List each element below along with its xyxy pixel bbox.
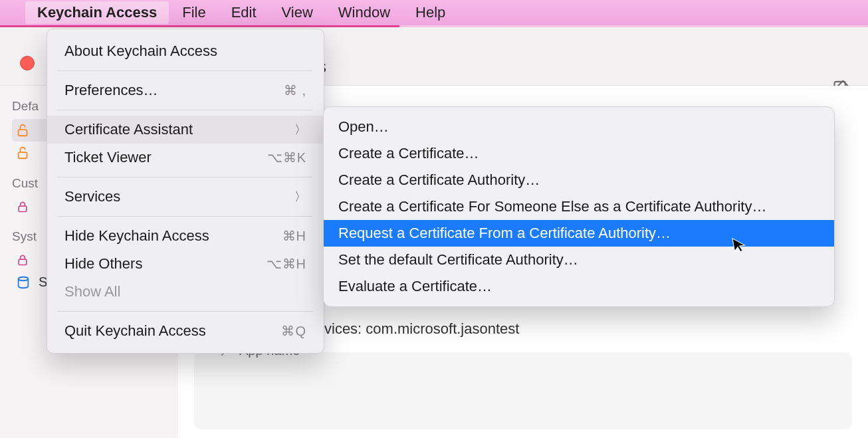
submenu-set-default-ca[interactable]: Set the default Certificate Authority… — [324, 247, 834, 273]
menu-preferences[interactable]: Preferences…⌘ , — [47, 76, 324, 104]
lock-icon — [16, 200, 29, 213]
menu-help[interactable]: Help — [403, 1, 457, 24]
submenu-request-cert[interactable]: Request a Certificate From a Certificate… — [324, 220, 834, 247]
menu-file[interactable]: File — [170, 1, 217, 24]
menu-hide-app[interactable]: Hide Keychain Access⌘H — [47, 222, 324, 250]
menu-separator — [58, 110, 313, 110]
chevron-right-icon: 〉 — [294, 189, 306, 205]
app-menu-dropdown: About Keychain Access Preferences…⌘ , Ce… — [47, 29, 324, 354]
menu-separator — [58, 177, 313, 177]
menu-certificate-assistant[interactable]: Certificate Assistant〉 — [47, 116, 324, 144]
menu-hide-others[interactable]: Hide Others⌥⌘H — [47, 250, 324, 278]
close-window-button[interactable] — [20, 56, 35, 70]
svg-rect-2 — [19, 152, 27, 158]
shortcut-label: ⌘Q — [281, 323, 306, 339]
menu-separator — [58, 70, 313, 71]
shortcut-label: ⌥⌘K — [267, 150, 306, 165]
shortcut-label: ⌘H — [282, 228, 306, 244]
menu-app[interactable]: Keychain Access — [25, 1, 169, 24]
svg-rect-4 — [19, 259, 27, 265]
unlock-icon — [16, 123, 31, 138]
menu-show-all: Show All — [47, 278, 324, 306]
submenu-create-cert[interactable]: Create a Certificate… — [324, 140, 834, 167]
menubar: Keychain Access File Edit View Window He… — [0, 0, 868, 25]
menu-services[interactable]: Services〉 — [47, 183, 324, 211]
unlock-icon — [16, 146, 31, 160]
menu-ticket-viewer[interactable]: Ticket Viewer⌥⌘K — [47, 144, 324, 171]
menu-about[interactable]: About Keychain Access — [47, 37, 324, 65]
svg-rect-1 — [19, 130, 27, 136]
submenu-evaluate[interactable]: Evaluate a Certificate… — [324, 273, 834, 300]
submenu-create-ca[interactable]: Create a Certificate Authority… — [324, 167, 834, 193]
svg-point-5 — [19, 276, 29, 280]
menu-edit[interactable]: Edit — [219, 1, 269, 24]
shortcut-label: ⌥⌘H — [267, 256, 306, 272]
shortcut-label: ⌘ , — [284, 82, 306, 98]
menu-quit[interactable]: Quit Keychain Access⌘Q — [47, 317, 324, 345]
menu-separator — [58, 216, 313, 217]
detail-panel — [194, 352, 852, 429]
database-icon — [16, 275, 31, 290]
certificate-assistant-submenu: Open… Create a Certificate… Create a Cer… — [323, 106, 835, 307]
chevron-right-icon: 〉 — [294, 122, 306, 138]
lock-icon — [16, 253, 29, 267]
menu-separator — [58, 311, 313, 312]
menu-window[interactable]: Window — [326, 1, 402, 24]
svg-rect-3 — [19, 206, 27, 211]
menu-view[interactable]: View — [270, 1, 325, 24]
submenu-open[interactable]: Open… — [324, 114, 834, 140]
submenu-create-for-someone[interactable]: Create a Certificate For Someone Else as… — [324, 193, 834, 220]
services-text: vices: com.microsoft.jasontest — [324, 320, 519, 338]
